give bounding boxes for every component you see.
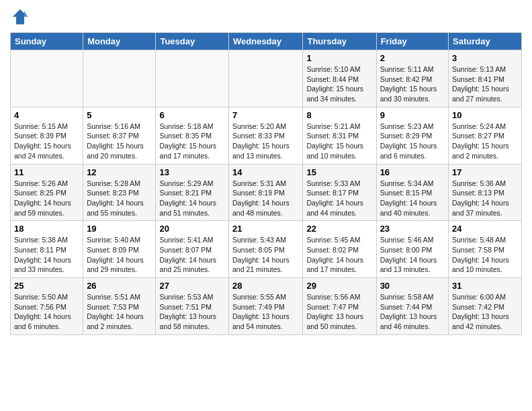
calendar-cell — [83, 50, 156, 107]
calendar-cell: 1Sunrise: 5:10 AM Sunset: 8:44 PM Daylig… — [303, 50, 376, 107]
logo — [10, 7, 33, 27]
day-info: Sunrise: 5:20 AM Sunset: 8:33 PM Dayligh… — [232, 122, 299, 161]
calendar-cell: 28Sunrise: 5:55 AM Sunset: 7:49 PM Dayli… — [229, 278, 303, 335]
calendar-cell: 30Sunrise: 5:58 AM Sunset: 7:44 PM Dayli… — [376, 278, 448, 335]
day-number: 28 — [232, 281, 299, 291]
day-number: 6 — [159, 110, 225, 120]
calendar-body: 1Sunrise: 5:10 AM Sunset: 8:44 PM Daylig… — [11, 50, 522, 335]
day-info: Sunrise: 5:55 AM Sunset: 7:49 PM Dayligh… — [232, 292, 299, 332]
calendar-cell: 8Sunrise: 5:21 AM Sunset: 8:31 PM Daylig… — [303, 107, 376, 164]
day-number: 8 — [306, 110, 372, 120]
calendar-cell: 18Sunrise: 5:38 AM Sunset: 8:11 PM Dayli… — [11, 221, 83, 278]
calendar-cell: 16Sunrise: 5:34 AM Sunset: 8:15 PM Dayli… — [376, 164, 448, 221]
calendar-cell — [229, 50, 303, 107]
day-info: Sunrise: 5:29 AM Sunset: 8:21 PM Dayligh… — [159, 179, 225, 218]
calendar-cell: 26Sunrise: 5:51 AM Sunset: 7:53 PM Dayli… — [83, 278, 156, 335]
day-info: Sunrise: 5:48 AM Sunset: 7:58 PM Dayligh… — [452, 235, 518, 275]
week-row-1: 1Sunrise: 5:10 AM Sunset: 8:44 PM Daylig… — [11, 50, 522, 107]
day-number: 29 — [306, 281, 372, 291]
calendar-cell: 12Sunrise: 5:28 AM Sunset: 8:23 PM Dayli… — [83, 164, 156, 221]
calendar-cell: 13Sunrise: 5:29 AM Sunset: 8:21 PM Dayli… — [156, 164, 229, 221]
day-number: 15 — [306, 167, 372, 177]
day-number: 23 — [380, 224, 445, 234]
day-info: Sunrise: 5:15 AM Sunset: 8:39 PM Dayligh… — [14, 122, 79, 161]
calendar-cell: 19Sunrise: 5:40 AM Sunset: 8:09 PM Dayli… — [83, 221, 156, 278]
day-number: 25 — [14, 281, 79, 291]
calendar-cell: 5Sunrise: 5:16 AM Sunset: 8:37 PM Daylig… — [83, 107, 156, 164]
day-number: 11 — [14, 167, 79, 177]
day-info: Sunrise: 5:23 AM Sunset: 8:29 PM Dayligh… — [380, 122, 445, 161]
calendar-cell: 2Sunrise: 5:11 AM Sunset: 8:42 PM Daylig… — [376, 50, 448, 107]
day-number: 22 — [306, 224, 372, 234]
day-info: Sunrise: 5:31 AM Sunset: 8:19 PM Dayligh… — [232, 179, 299, 218]
day-info: Sunrise: 5:53 AM Sunset: 7:51 PM Dayligh… — [159, 292, 225, 332]
calendar-cell: 21Sunrise: 5:43 AM Sunset: 8:05 PM Dayli… — [229, 221, 303, 278]
calendar-cell: 6Sunrise: 5:18 AM Sunset: 8:35 PM Daylig… — [156, 107, 229, 164]
day-info: Sunrise: 5:18 AM Sunset: 8:35 PM Dayligh… — [159, 122, 225, 161]
day-info: Sunrise: 5:10 AM Sunset: 8:44 PM Dayligh… — [306, 64, 372, 104]
day-info: Sunrise: 5:16 AM Sunset: 8:37 PM Dayligh… — [87, 122, 152, 161]
calendar-cell: 27Sunrise: 5:53 AM Sunset: 7:51 PM Dayli… — [156, 278, 229, 335]
day-number: 3 — [452, 53, 518, 63]
day-number: 5 — [87, 110, 152, 120]
header-day-thursday: Thursday — [303, 33, 376, 50]
day-info: Sunrise: 5:26 AM Sunset: 8:25 PM Dayligh… — [14, 179, 79, 218]
day-info: Sunrise: 5:28 AM Sunset: 8:23 PM Dayligh… — [87, 179, 152, 218]
page: SundayMondayTuesdayWednesdayThursdayFrid… — [0, 0, 532, 342]
calendar-cell: 10Sunrise: 5:24 AM Sunset: 8:27 PM Dayli… — [449, 107, 522, 164]
day-number: 2 — [380, 53, 445, 63]
calendar-cell — [156, 50, 229, 107]
day-info: Sunrise: 5:45 AM Sunset: 8:02 PM Dayligh… — [306, 235, 372, 275]
day-info: Sunrise: 5:58 AM Sunset: 7:44 PM Dayligh… — [380, 292, 445, 332]
calendar-cell: 22Sunrise: 5:45 AM Sunset: 8:02 PM Dayli… — [303, 221, 376, 278]
day-number: 26 — [87, 281, 152, 291]
day-number: 9 — [380, 110, 445, 120]
day-number: 10 — [452, 110, 518, 120]
calendar-cell: 29Sunrise: 5:56 AM Sunset: 7:47 PM Dayli… — [303, 278, 376, 335]
day-info: Sunrise: 5:38 AM Sunset: 8:11 PM Dayligh… — [14, 235, 79, 275]
day-number: 4 — [14, 110, 79, 120]
calendar-cell: 17Sunrise: 5:36 AM Sunset: 8:13 PM Dayli… — [449, 164, 522, 221]
day-number: 18 — [14, 224, 79, 234]
day-info: Sunrise: 5:36 AM Sunset: 8:13 PM Dayligh… — [452, 179, 518, 218]
header-row: SundayMondayTuesdayWednesdayThursdayFrid… — [11, 33, 522, 50]
calendar-cell: 31Sunrise: 6:00 AM Sunset: 7:42 PM Dayli… — [449, 278, 522, 335]
day-info: Sunrise: 5:11 AM Sunset: 8:42 PM Dayligh… — [380, 64, 445, 104]
header-day-friday: Friday — [376, 33, 448, 50]
day-info: Sunrise: 5:51 AM Sunset: 7:53 PM Dayligh… — [87, 292, 152, 332]
day-info: Sunrise: 5:50 AM Sunset: 7:56 PM Dayligh… — [14, 292, 79, 332]
day-number: 12 — [87, 167, 152, 177]
day-number: 20 — [159, 224, 225, 234]
week-row-3: 11Sunrise: 5:26 AM Sunset: 8:25 PM Dayli… — [11, 164, 522, 221]
day-number: 17 — [452, 167, 518, 177]
day-info: Sunrise: 6:00 AM Sunset: 7:42 PM Dayligh… — [452, 292, 518, 332]
day-info: Sunrise: 5:21 AM Sunset: 8:31 PM Dayligh… — [306, 122, 372, 161]
day-number: 14 — [232, 167, 299, 177]
calendar-cell: 9Sunrise: 5:23 AM Sunset: 8:29 PM Daylig… — [376, 107, 448, 164]
day-number: 31 — [452, 281, 518, 291]
calendar-cell — [11, 50, 83, 107]
day-info: Sunrise: 5:41 AM Sunset: 8:07 PM Dayligh… — [159, 235, 225, 275]
day-number: 19 — [87, 224, 152, 234]
header-day-monday: Monday — [83, 33, 156, 50]
day-number: 13 — [159, 167, 225, 177]
day-info: Sunrise: 5:40 AM Sunset: 8:09 PM Dayligh… — [87, 235, 152, 275]
calendar-cell: 25Sunrise: 5:50 AM Sunset: 7:56 PM Dayli… — [11, 278, 83, 335]
day-info: Sunrise: 5:43 AM Sunset: 8:05 PM Dayligh… — [232, 235, 299, 275]
day-number: 16 — [380, 167, 445, 177]
calendar-cell: 15Sunrise: 5:33 AM Sunset: 8:17 PM Dayli… — [303, 164, 376, 221]
calendar-cell: 7Sunrise: 5:20 AM Sunset: 8:33 PM Daylig… — [229, 107, 303, 164]
calendar-cell: 23Sunrise: 5:46 AM Sunset: 8:00 PM Dayli… — [376, 221, 448, 278]
week-row-2: 4Sunrise: 5:15 AM Sunset: 8:39 PM Daylig… — [11, 107, 522, 164]
day-info: Sunrise: 5:33 AM Sunset: 8:17 PM Dayligh… — [306, 179, 372, 218]
header-day-wednesday: Wednesday — [229, 33, 303, 50]
header-day-saturday: Saturday — [449, 33, 522, 50]
calendar-cell: 3Sunrise: 5:13 AM Sunset: 8:41 PM Daylig… — [449, 50, 522, 107]
calendar-header: SundayMondayTuesdayWednesdayThursdayFrid… — [11, 33, 522, 50]
week-row-5: 25Sunrise: 5:50 AM Sunset: 7:56 PM Dayli… — [11, 278, 522, 335]
day-info: Sunrise: 5:34 AM Sunset: 8:15 PM Dayligh… — [380, 179, 445, 218]
header-day-tuesday: Tuesday — [156, 33, 229, 50]
header-day-sunday: Sunday — [11, 33, 83, 50]
day-number: 1 — [306, 53, 372, 63]
day-number: 30 — [380, 281, 445, 291]
